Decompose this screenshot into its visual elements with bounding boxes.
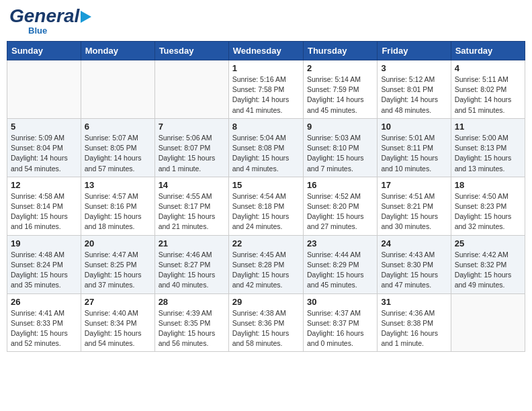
day-number: 29 bbox=[232, 297, 300, 307]
day-number: 8 bbox=[232, 122, 300, 132]
calendar-cell: 12Sunrise: 4:58 AM Sunset: 8:14 PM Dayli… bbox=[7, 177, 81, 235]
calendar-cell: 7Sunrise: 5:06 AM Sunset: 8:07 PM Daylig… bbox=[154, 118, 228, 177]
day-info: Sunrise: 5:14 AM Sunset: 7:59 PM Dayligh… bbox=[307, 75, 373, 116]
day-info: Sunrise: 5:07 AM Sunset: 8:05 PM Dayligh… bbox=[85, 133, 151, 174]
day-number: 13 bbox=[85, 180, 151, 190]
day-number: 6 bbox=[85, 122, 151, 132]
calendar-cell: 13Sunrise: 4:57 AM Sunset: 8:16 PM Dayli… bbox=[81, 177, 154, 235]
day-number: 3 bbox=[381, 63, 447, 73]
day-info: Sunrise: 4:47 AM Sunset: 8:25 PM Dayligh… bbox=[85, 250, 151, 291]
logo-blue: Blue bbox=[28, 26, 47, 36]
day-number: 14 bbox=[159, 180, 225, 190]
day-number: 23 bbox=[307, 238, 373, 248]
day-info: Sunrise: 4:45 AM Sunset: 8:28 PM Dayligh… bbox=[232, 250, 300, 291]
day-info: Sunrise: 4:57 AM Sunset: 8:16 PM Dayligh… bbox=[85, 191, 151, 232]
calendar-cell: 10Sunrise: 5:01 AM Sunset: 8:11 PM Dayli… bbox=[378, 118, 451, 177]
day-info: Sunrise: 5:11 AM Sunset: 8:02 PM Dayligh… bbox=[455, 75, 521, 116]
day-number: 4 bbox=[455, 63, 521, 73]
calendar-cell bbox=[154, 60, 228, 119]
day-number: 1 bbox=[232, 63, 300, 73]
day-number: 7 bbox=[159, 122, 225, 132]
day-info: Sunrise: 4:42 AM Sunset: 8:32 PM Dayligh… bbox=[455, 250, 521, 291]
calendar-week-row: 5Sunrise: 5:09 AM Sunset: 8:04 PM Daylig… bbox=[7, 118, 525, 177]
weekday-header-friday: Friday bbox=[378, 42, 451, 60]
day-info: Sunrise: 4:38 AM Sunset: 8:36 PM Dayligh… bbox=[232, 308, 300, 349]
calendar-cell: 11Sunrise: 5:00 AM Sunset: 8:13 PM Dayli… bbox=[451, 118, 525, 177]
day-number: 20 bbox=[85, 238, 151, 248]
day-info: Sunrise: 4:58 AM Sunset: 8:14 PM Dayligh… bbox=[11, 191, 77, 232]
day-info: Sunrise: 4:55 AM Sunset: 8:17 PM Dayligh… bbox=[159, 191, 225, 232]
calendar-cell: 1Sunrise: 5:16 AM Sunset: 7:58 PM Daylig… bbox=[228, 60, 303, 119]
day-info: Sunrise: 4:37 AM Sunset: 8:37 PM Dayligh… bbox=[307, 308, 373, 349]
day-info: Sunrise: 4:48 AM Sunset: 8:24 PM Dayligh… bbox=[11, 250, 77, 291]
weekday-header-monday: Monday bbox=[81, 42, 154, 60]
calendar-week-row: 19Sunrise: 4:48 AM Sunset: 8:24 PM Dayli… bbox=[7, 235, 525, 293]
calendar-week-row: 1Sunrise: 5:16 AM Sunset: 7:58 PM Daylig… bbox=[7, 60, 525, 119]
calendar-cell: 30Sunrise: 4:37 AM Sunset: 8:37 PM Dayli… bbox=[303, 293, 377, 352]
calendar-cell: 24Sunrise: 4:43 AM Sunset: 8:30 PM Dayli… bbox=[378, 235, 451, 293]
calendar-week-row: 12Sunrise: 4:58 AM Sunset: 8:14 PM Dayli… bbox=[7, 177, 525, 235]
day-info: Sunrise: 4:40 AM Sunset: 8:34 PM Dayligh… bbox=[85, 308, 151, 349]
calendar-cell: 6Sunrise: 5:07 AM Sunset: 8:05 PM Daylig… bbox=[81, 118, 154, 177]
calendar-cell: 8Sunrise: 5:04 AM Sunset: 8:08 PM Daylig… bbox=[228, 118, 303, 177]
calendar-cell: 9Sunrise: 5:03 AM Sunset: 8:10 PM Daylig… bbox=[303, 118, 377, 177]
calendar-cell bbox=[7, 60, 81, 119]
calendar-cell: 27Sunrise: 4:40 AM Sunset: 8:34 PM Dayli… bbox=[81, 293, 154, 352]
calendar-cell: 23Sunrise: 4:44 AM Sunset: 8:29 PM Dayli… bbox=[303, 235, 377, 293]
day-number: 24 bbox=[381, 238, 447, 248]
day-number: 10 bbox=[381, 122, 447, 132]
calendar-cell: 4Sunrise: 5:11 AM Sunset: 8:02 PM Daylig… bbox=[451, 60, 525, 119]
calendar-cell: 26Sunrise: 4:41 AM Sunset: 8:33 PM Dayli… bbox=[7, 293, 81, 352]
day-number: 16 bbox=[307, 180, 373, 190]
day-info: Sunrise: 4:51 AM Sunset: 8:21 PM Dayligh… bbox=[381, 191, 447, 232]
calendar-header-row: SundayMondayTuesdayWednesdayThursdayFrid… bbox=[7, 42, 525, 60]
day-info: Sunrise: 5:01 AM Sunset: 8:11 PM Dayligh… bbox=[381, 133, 447, 174]
weekday-header-tuesday: Tuesday bbox=[154, 42, 228, 60]
day-number: 18 bbox=[455, 180, 521, 190]
calendar-table: SundayMondayTuesdayWednesdayThursdayFrid… bbox=[7, 41, 525, 352]
calendar-cell: 5Sunrise: 5:09 AM Sunset: 8:04 PM Daylig… bbox=[7, 118, 81, 177]
day-number: 22 bbox=[232, 238, 300, 248]
calendar-cell: 22Sunrise: 4:45 AM Sunset: 8:28 PM Dayli… bbox=[228, 235, 303, 293]
calendar-cell bbox=[451, 293, 525, 352]
day-info: Sunrise: 4:46 AM Sunset: 8:27 PM Dayligh… bbox=[159, 250, 225, 291]
calendar-cell: 18Sunrise: 4:50 AM Sunset: 8:23 PM Dayli… bbox=[451, 177, 525, 235]
day-info: Sunrise: 5:04 AM Sunset: 8:08 PM Dayligh… bbox=[232, 133, 300, 174]
calendar-cell: 14Sunrise: 4:55 AM Sunset: 8:17 PM Dayli… bbox=[154, 177, 228, 235]
day-info: Sunrise: 4:54 AM Sunset: 8:18 PM Dayligh… bbox=[232, 191, 300, 232]
day-info: Sunrise: 5:03 AM Sunset: 8:10 PM Dayligh… bbox=[307, 133, 373, 174]
day-number: 21 bbox=[159, 238, 225, 248]
day-number: 12 bbox=[11, 180, 77, 190]
day-info: Sunrise: 4:43 AM Sunset: 8:30 PM Dayligh… bbox=[381, 250, 447, 291]
day-info: Sunrise: 4:52 AM Sunset: 8:20 PM Dayligh… bbox=[307, 191, 373, 232]
day-info: Sunrise: 4:50 AM Sunset: 8:23 PM Dayligh… bbox=[455, 191, 521, 232]
day-number: 17 bbox=[381, 180, 447, 190]
calendar-week-row: 26Sunrise: 4:41 AM Sunset: 8:33 PM Dayli… bbox=[7, 293, 525, 352]
weekday-header-saturday: Saturday bbox=[451, 42, 525, 60]
day-info: Sunrise: 5:16 AM Sunset: 7:58 PM Dayligh… bbox=[232, 75, 300, 116]
day-number: 19 bbox=[11, 238, 77, 248]
logo-arrow-icon bbox=[81, 11, 91, 23]
day-number: 31 bbox=[381, 297, 447, 307]
weekday-header-sunday: Sunday bbox=[7, 42, 81, 60]
day-number: 5 bbox=[11, 122, 77, 132]
calendar-cell: 21Sunrise: 4:46 AM Sunset: 8:27 PM Dayli… bbox=[154, 235, 228, 293]
day-info: Sunrise: 5:09 AM Sunset: 8:04 PM Dayligh… bbox=[11, 133, 77, 174]
day-info: Sunrise: 4:39 AM Sunset: 8:35 PM Dayligh… bbox=[159, 308, 225, 349]
day-info: Sunrise: 5:00 AM Sunset: 8:13 PM Dayligh… bbox=[455, 133, 521, 174]
day-number: 28 bbox=[159, 297, 225, 307]
page-header: General Blue bbox=[7, 7, 525, 36]
day-number: 26 bbox=[11, 297, 77, 307]
day-number: 30 bbox=[307, 297, 373, 307]
calendar-cell: 29Sunrise: 4:38 AM Sunset: 8:36 PM Dayli… bbox=[228, 293, 303, 352]
day-number: 15 bbox=[232, 180, 300, 190]
weekday-header-wednesday: Wednesday bbox=[228, 42, 303, 60]
day-number: 11 bbox=[455, 122, 521, 132]
day-info: Sunrise: 5:06 AM Sunset: 8:07 PM Dayligh… bbox=[159, 133, 225, 174]
day-info: Sunrise: 5:12 AM Sunset: 8:01 PM Dayligh… bbox=[381, 75, 447, 116]
calendar-cell: 28Sunrise: 4:39 AM Sunset: 8:35 PM Dayli… bbox=[154, 293, 228, 352]
calendar-cell: 15Sunrise: 4:54 AM Sunset: 8:18 PM Dayli… bbox=[228, 177, 303, 235]
calendar-cell: 19Sunrise: 4:48 AM Sunset: 8:24 PM Dayli… bbox=[7, 235, 81, 293]
day-number: 9 bbox=[307, 122, 373, 132]
calendar-cell: 2Sunrise: 5:14 AM Sunset: 7:59 PM Daylig… bbox=[303, 60, 377, 119]
